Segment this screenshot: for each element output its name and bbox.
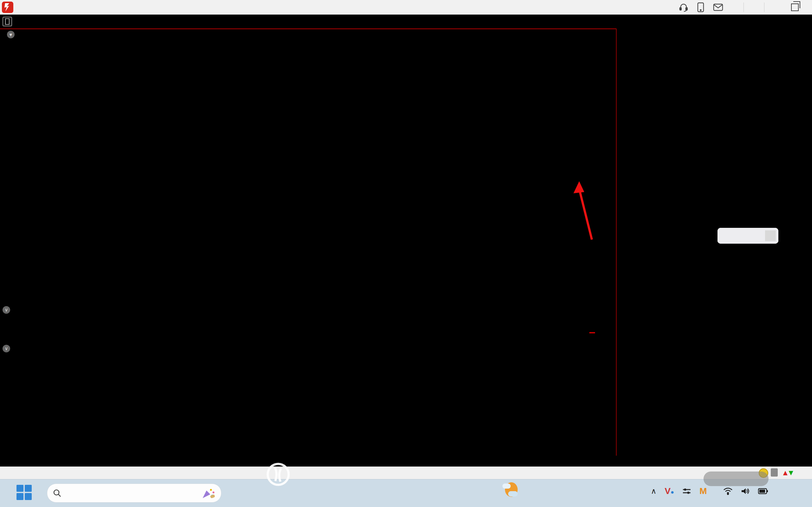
collapse-icon[interactable]: ∨ bbox=[3, 306, 10, 314]
volume-multiplier-badge bbox=[589, 332, 595, 333]
weather-icon bbox=[502, 482, 519, 498]
chart-title: ▼ bbox=[4, 31, 14, 38]
restore-button[interactable] bbox=[791, 3, 799, 11]
mobile-icon[interactable] bbox=[697, 2, 704, 12]
updown-arrows-icon: ▲▼ bbox=[781, 468, 795, 477]
wifi-icon[interactable] bbox=[723, 487, 733, 495]
statusbar bbox=[0, 466, 812, 480]
tray-app-v-icon[interactable]: V● bbox=[665, 486, 674, 496]
palette-titlebar[interactable] bbox=[717, 228, 778, 244]
speaker-icon[interactable] bbox=[741, 487, 750, 495]
mail-icon[interactable] bbox=[713, 3, 723, 11]
clipboard-icon[interactable] bbox=[771, 468, 778, 476]
start-button[interactable] bbox=[16, 485, 32, 500]
volume-header: ∨ bbox=[3, 306, 35, 314]
tray-sliders-icon[interactable] bbox=[682, 487, 691, 495]
battery-icon[interactable] bbox=[758, 488, 768, 494]
collapse-icon[interactable]: ∨ bbox=[3, 345, 10, 352]
weather-widget[interactable] bbox=[502, 482, 523, 498]
candlestick-chart[interactable] bbox=[0, 29, 616, 430]
red-arrow-annotation bbox=[570, 179, 598, 243]
watermark-pill bbox=[704, 471, 768, 486]
menubar bbox=[0, 0, 812, 15]
search-icon bbox=[53, 489, 61, 497]
divider bbox=[764, 3, 764, 12]
tray-expand-icon[interactable]: ∧ bbox=[651, 487, 657, 496]
macd-header: ∨ bbox=[3, 345, 52, 352]
quote-panel bbox=[616, 29, 812, 456]
layout-icon[interactable] bbox=[3, 17, 12, 26]
divider bbox=[744, 3, 744, 12]
system-tray: ∧ V● M bbox=[651, 486, 768, 496]
app-logo-icon bbox=[2, 2, 13, 13]
search-input[interactable] bbox=[47, 484, 221, 503]
period-toolbar bbox=[0, 14, 812, 29]
chevron-down-icon[interactable]: ▼ bbox=[7, 31, 14, 38]
party-popper-icon bbox=[201, 487, 215, 499]
indicator-tabs bbox=[0, 444, 618, 456]
headset-icon[interactable] bbox=[679, 3, 688, 12]
close-icon[interactable] bbox=[765, 230, 776, 241]
date-axis bbox=[0, 430, 616, 444]
tray-m-icon[interactable]: M bbox=[699, 486, 707, 496]
drawing-tools-palette bbox=[717, 228, 778, 244]
